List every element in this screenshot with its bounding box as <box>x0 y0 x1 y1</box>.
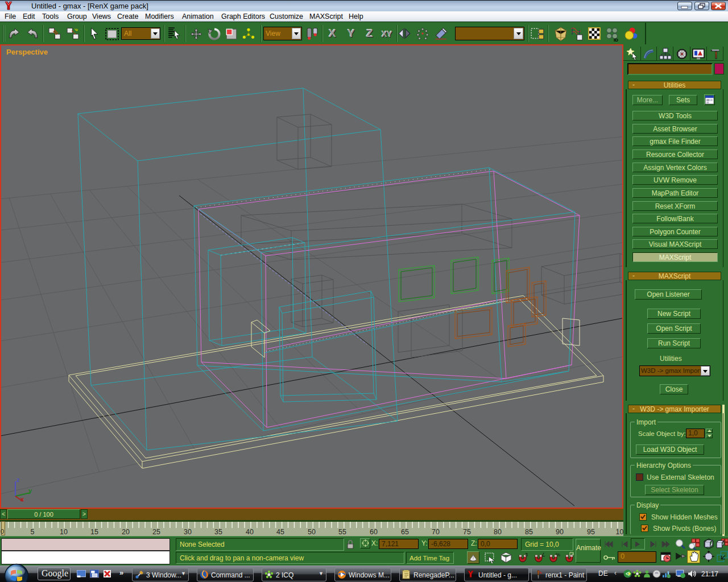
svg-text:20: 20 <box>122 528 130 536</box>
svg-text:95: 95 <box>587 528 595 536</box>
svg-text:100: 100 <box>616 528 623 536</box>
svg-text:60: 60 <box>370 528 378 536</box>
svg-text:75: 75 <box>463 528 471 536</box>
svg-text:35: 35 <box>214 528 222 536</box>
svg-text:%: % <box>556 552 560 558</box>
svg-text:55: 55 <box>338 528 346 536</box>
svg-text:65: 65 <box>401 528 409 536</box>
svg-text:70: 70 <box>432 528 440 536</box>
svg-text:5: 5 <box>31 528 35 536</box>
svg-text:3: 3 <box>525 552 528 558</box>
svg-text:∠: ∠ <box>541 552 545 558</box>
svg-text:30: 30 <box>184 528 192 536</box>
svg-text:90: 90 <box>556 528 564 536</box>
svg-text:ID: ID <box>614 38 618 43</box>
svg-text:45: 45 <box>276 528 284 536</box>
svg-text:85: 85 <box>525 528 533 536</box>
svg-text:50: 50 <box>308 528 316 536</box>
svg-text:80: 80 <box>494 528 502 536</box>
svg-text:10: 10 <box>60 528 68 536</box>
svg-text:40: 40 <box>246 528 254 536</box>
svg-text:25: 25 <box>152 528 160 536</box>
svg-text:15: 15 <box>90 528 98 536</box>
